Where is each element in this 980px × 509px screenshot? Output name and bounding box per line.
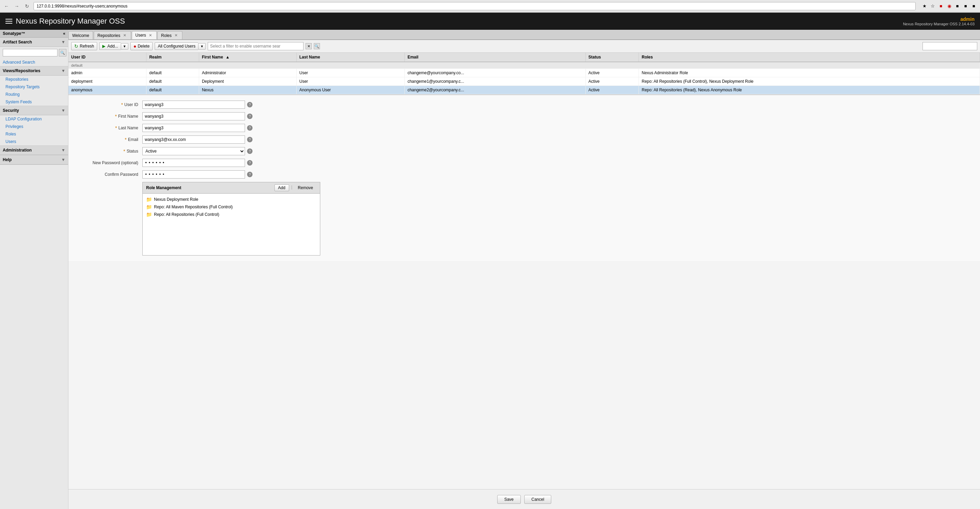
sidebar-item-users[interactable]: Users	[0, 138, 68, 145]
firstname-input[interactable]	[142, 112, 245, 121]
detail-panel: * User ID ? * First Name ? *	[68, 94, 980, 261]
userid-input[interactable]	[142, 100, 245, 109]
sidebar-item-ldap[interactable]: LDAP Configuration	[0, 115, 68, 123]
delete-label: Delete	[138, 44, 150, 49]
filter-button[interactable]: All Configured Users	[155, 43, 198, 50]
role-item[interactable]: 📁Repo: All Repositories (Full Control)	[145, 211, 318, 218]
save-button[interactable]: Save	[497, 495, 521, 504]
views-toggle[interactable]: ▼	[61, 68, 65, 73]
tab-repositories[interactable]: Repositories✕	[94, 31, 131, 39]
add-dropdown-arrow[interactable]: ▼	[121, 43, 128, 49]
email-row: * Email ?	[74, 135, 975, 144]
sidebar-item-privileges[interactable]: Privileges	[0, 123, 68, 130]
sidebar-item-roles[interactable]: Roles	[0, 130, 68, 138]
sidebar-header: Sonatype™ «	[0, 30, 68, 38]
filter-search-button[interactable]: 🔍	[314, 43, 320, 49]
forward-button[interactable]: →	[13, 2, 21, 10]
bookmark-icon[interactable]: ★	[921, 3, 928, 10]
security-toggle[interactable]: ▼	[61, 108, 65, 113]
filter-row-realm: default	[68, 62, 980, 69]
administration-toggle[interactable]: ▼	[61, 148, 65, 153]
cell-5: Active	[585, 86, 639, 94]
status-help[interactable]: ?	[247, 148, 253, 154]
reload-button[interactable]: ↻	[23, 2, 31, 10]
artifact-search-button[interactable]: 🔍	[59, 49, 66, 56]
new-password-input[interactable]	[142, 159, 245, 167]
security-label: Security	[3, 108, 19, 113]
tab-users[interactable]: Users✕	[132, 31, 157, 39]
artifact-search-toggle[interactable]: ▼	[61, 40, 65, 45]
tab-close-users[interactable]: ✕	[148, 33, 153, 38]
confirm-password-help[interactable]: ?	[247, 172, 253, 177]
tab-roles[interactable]: Roles✕	[158, 31, 182, 39]
status-select[interactable]: Active Disabled	[142, 147, 245, 155]
delete-icon: ●	[134, 43, 136, 49]
cell-1: default	[146, 69, 199, 77]
ext-icon3[interactable]: ■	[954, 3, 961, 10]
add-button[interactable]: ▶ Add...	[99, 43, 121, 50]
help-toggle[interactable]: ▼	[61, 157, 65, 162]
content-inner: ↻ Refresh ▶ Add... ▼ ● Delete All Con	[68, 40, 980, 489]
role-label: Repo: All Maven Repositories (Full Contr…	[154, 205, 233, 209]
hamburger-menu[interactable]	[5, 19, 12, 24]
toolbar-search-input[interactable]	[923, 42, 977, 50]
email-input[interactable]	[142, 135, 245, 144]
cancel-button[interactable]: Cancel	[524, 495, 551, 504]
browser-icons: ★ ☆ ■ ◉ ■ ■ ■	[921, 3, 977, 10]
table-row[interactable]: admindefaultAdministratorUserchangeme@yo…	[68, 69, 980, 77]
filter-dropdown: All Configured Users ▼	[155, 43, 206, 50]
ext-icon1[interactable]: ■	[937, 3, 944, 10]
table-row[interactable]: deploymentdefaultDeploymentUserchangeme1…	[68, 77, 980, 86]
tab-close-repositories[interactable]: ✕	[123, 33, 127, 38]
delete-button[interactable]: ● Delete	[130, 42, 153, 50]
artifact-search-input[interactable]	[3, 49, 57, 56]
add-role-button[interactable]: Add	[274, 185, 289, 191]
role-mgmt-buttons: Add | Remove	[274, 185, 317, 191]
role-label: Repo: All Repositories (Full Control)	[154, 212, 220, 217]
tab-welcome[interactable]: Welcome	[68, 31, 93, 39]
confirm-password-label: Confirm Password	[74, 172, 142, 177]
views-repositories-label: Views/Repositories	[3, 68, 40, 73]
email-required: *	[125, 137, 127, 142]
sidebar-item-repository-targets[interactable]: Repository Targets	[0, 83, 68, 91]
refresh-label: Refresh	[80, 44, 94, 49]
filter-input[interactable]	[208, 42, 304, 50]
users-table-container: User ID Realm First Name ▲ Last Name Ema…	[68, 52, 980, 94]
tab-close-roles[interactable]: ✕	[174, 33, 179, 38]
address-bar[interactable]	[33, 2, 916, 10]
sidebar-item-system-feeds[interactable]: System Feeds	[0, 98, 68, 106]
role-item[interactable]: 📁Nexus Deployment Role	[145, 196, 318, 203]
folder-icon: 📁	[146, 197, 152, 202]
filter-dropdown-arrow[interactable]: ▼	[198, 43, 206, 49]
ext-icon2[interactable]: ◉	[946, 3, 953, 10]
ext-icon4[interactable]: ■	[962, 3, 969, 10]
security-title: Security ▼	[0, 106, 68, 115]
sidebar-item-routing[interactable]: Routing	[0, 91, 68, 98]
ext-icon5[interactable]: ■	[970, 3, 977, 10]
userid-help[interactable]: ?	[247, 102, 253, 107]
advanced-search-link[interactable]: Advanced Search	[0, 59, 68, 66]
sidebar-collapse-icon[interactable]: «	[63, 31, 65, 36]
confirm-password-input[interactable]	[142, 170, 245, 178]
administration-label: Administration	[3, 148, 32, 153]
cell-2: Nexus	[199, 86, 296, 94]
star-icon[interactable]: ☆	[929, 3, 936, 10]
new-password-help[interactable]: ?	[247, 160, 253, 165]
role-label: Nexus Deployment Role	[154, 197, 198, 202]
cell-6: Repo: All Repositories (Full Control), N…	[639, 77, 980, 86]
lastname-input[interactable]	[142, 124, 245, 132]
remove-role-button[interactable]: Remove	[294, 185, 317, 191]
cell-4: changeme1@yourcompany.c...	[404, 77, 585, 86]
table-header-row: User ID Realm First Name ▲ Last Name Ema…	[68, 52, 980, 62]
role-item[interactable]: 📁Repo: All Maven Repositories (Full Cont…	[145, 203, 318, 211]
sidebar-item-repositories[interactable]: Repositories	[0, 76, 68, 83]
firstname-help[interactable]: ?	[247, 114, 253, 119]
refresh-button[interactable]: ↻ Refresh	[71, 42, 97, 50]
filter-label: All Configured Users	[158, 44, 196, 49]
email-help[interactable]: ?	[247, 137, 253, 142]
table-row[interactable]: anonymousdefaultNexusAnonymous Userchang…	[68, 86, 980, 94]
lastname-help[interactable]: ?	[247, 125, 253, 130]
filter-clear-button[interactable]: ✕	[305, 43, 312, 49]
back-button[interactable]: ←	[3, 2, 10, 10]
sidebar-search-container: 🔍	[0, 47, 68, 59]
